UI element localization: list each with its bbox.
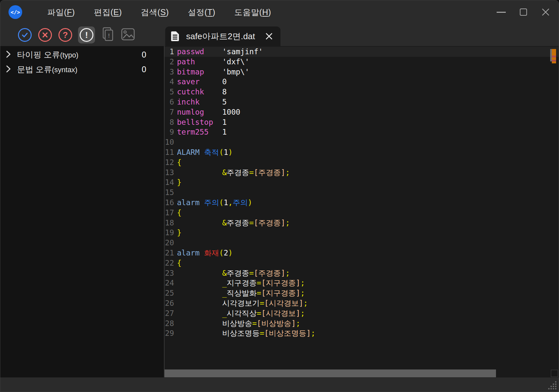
code-line-13[interactable]: 13 &주경종=[주경종];: [165, 168, 559, 178]
line-number: 23: [165, 268, 174, 278]
code-line-8[interactable]: 8bellstop 1: [165, 117, 559, 127]
line-number: 4: [165, 77, 174, 87]
error-count: 0: [142, 50, 146, 59]
line-text: ALARM 축적(1): [174, 147, 233, 157]
code-line-7[interactable]: 7numlog 1000: [165, 107, 559, 117]
maximize-button[interactable]: [518, 7, 529, 17]
error-count: 0: [142, 65, 146, 74]
code-line-16[interactable]: 16alarm 주의(1,주의): [165, 198, 559, 208]
code-line-25[interactable]: 25 _직상발화=[지구경종];: [165, 288, 559, 298]
code-editor[interactable]: 1passwd 'samjinf'2path 'dxf\'3bitmap 'bm…: [165, 46, 559, 377]
code-line-22[interactable]: 22{: [165, 258, 559, 268]
error-group-syntax[interactable]: 문법 오류(syntax)0: [0, 62, 164, 77]
line-number: 3: [165, 67, 174, 77]
line-number: 22: [165, 258, 174, 268]
tab-file[interactable]: safe아파트2면.dat: [165, 26, 280, 46]
line-number: 13: [165, 168, 174, 178]
menu-item-h[interactable]: 도움말(H): [225, 4, 281, 21]
code-line-19[interactable]: 19}: [165, 228, 559, 238]
menu-item-e[interactable]: 편집(E): [84, 4, 131, 21]
exclamation-circle-button[interactable]: !: [78, 26, 95, 43]
menubar: 파일(F)편집(E)검색(S)설정(T)도움말(H): [38, 4, 280, 21]
check-circle-icon: [18, 28, 32, 42]
error-group-label: 타이핑 오류(typo): [17, 49, 78, 60]
line-number: 14: [165, 177, 174, 188]
line-number: 5: [165, 87, 174, 97]
line-number: 26: [165, 298, 174, 308]
code-line-27[interactable]: 27 _시각직상=[시각경보];: [165, 308, 559, 318]
line-text: _시각직상=[시각경보];: [174, 308, 305, 318]
code-line-1[interactable]: 1passwd 'samjinf': [165, 47, 559, 57]
line-text: _직상발화=[지구경종];: [174, 288, 305, 298]
horizontal-scrollbar-thumb[interactable]: [165, 369, 496, 377]
menu-item-t[interactable]: 설정(T): [178, 4, 225, 21]
code-line-3[interactable]: 3bitmap 'bmp\': [165, 67, 559, 77]
code-line-4[interactable]: 4saver 0: [165, 77, 559, 87]
code-line-15[interactable]: 15: [165, 188, 559, 198]
code-line-5[interactable]: 5cutchk 8: [165, 87, 559, 97]
overview-ruler-marker[interactable]: [552, 49, 556, 63]
document-icon: [171, 31, 179, 41]
resize-grip[interactable]: [555, 388, 556, 389]
line-text: alarm 화재(2): [174, 248, 233, 258]
code-line-20[interactable]: 20: [165, 238, 559, 248]
line-text: inchk 5: [174, 97, 227, 107]
code-line-17[interactable]: 17{: [165, 208, 559, 218]
line-number: 11: [165, 147, 174, 157]
line-text: &주경종=[주경종];: [174, 168, 290, 178]
question-circle-icon: ?: [58, 28, 72, 42]
overview-red-mark: [552, 60, 556, 61]
statusbar: [0, 377, 559, 392]
line-text: bellstop 1: [174, 117, 227, 127]
image-button[interactable]: [120, 26, 136, 43]
error-tree-sidebar: 타이핑 오류(typo)0문법 오류(syntax)0: [0, 46, 165, 377]
error-group-label: 문법 오류(syntax): [17, 64, 77, 75]
line-text: &주경종=[주경종];: [174, 268, 290, 278]
error-group-typo[interactable]: 타이핑 오류(typo)0: [0, 47, 164, 62]
line-number: 20: [165, 238, 174, 248]
line-number: 27: [165, 308, 174, 318]
menu-item-f[interactable]: 파일(F): [38, 4, 84, 21]
line-number: 24: [165, 278, 174, 288]
menu-item-s[interactable]: 검색(S): [131, 4, 178, 21]
tab-close-icon: [265, 32, 273, 40]
line-number: 6: [165, 97, 174, 107]
code-line-9[interactable]: 9term255 1: [165, 127, 559, 137]
line-number: 16: [165, 198, 174, 208]
code-line-2[interactable]: 2path 'dxf\': [165, 57, 559, 67]
line-number: 1: [165, 47, 174, 57]
close-button[interactable]: [540, 7, 551, 17]
close-icon: [541, 8, 550, 17]
code-line-23[interactable]: 23 &주경종=[주경종];: [165, 268, 559, 278]
chevron-right-icon[interactable]: [6, 50, 11, 60]
minimize-button[interactable]: [496, 7, 506, 17]
line-text: [174, 188, 177, 198]
code-line-28[interactable]: 28 비상방송=[비상방송];: [165, 318, 559, 329]
line-number: 21: [165, 248, 174, 258]
tab-close-button[interactable]: [264, 31, 274, 41]
check-circle-button[interactable]: [17, 26, 32, 43]
error-circle-button[interactable]: [38, 26, 53, 43]
code-line-10[interactable]: 10: [165, 137, 559, 147]
chevron-right-icon[interactable]: [6, 65, 11, 74]
code-line-24[interactable]: 24 _지구경종=[지구경종];: [165, 278, 559, 288]
code-line-29[interactable]: 29 비상조명등=[비상조명등];: [165, 328, 559, 338]
code-line-6[interactable]: 6inchk 5: [165, 97, 559, 107]
copy-warning-icon: !: [101, 27, 115, 43]
line-text: }: [174, 177, 182, 188]
code-line-26[interactable]: 26 시각경보기=[시각경보];: [165, 298, 559, 308]
copy-warning-button[interactable]: !: [100, 26, 115, 43]
code-line-14[interactable]: 14}: [165, 177, 559, 188]
line-number: 18: [165, 218, 174, 228]
code-line-11[interactable]: 11ALARM 축적(1): [165, 147, 559, 157]
line-number: 17: [165, 208, 174, 218]
scrollbar-corner: [551, 370, 558, 377]
toolbar: ?!! safe아파트2면.dat: [0, 24, 559, 46]
svg-text:!: !: [108, 33, 110, 39]
titlebar: </> 파일(F)편집(E)검색(S)설정(T)도움말(H): [0, 0, 559, 24]
code-line-18[interactable]: 18 &주경종=[주경종];: [165, 218, 559, 228]
code-line-21[interactable]: 21alarm 화재(2): [165, 248, 559, 258]
code-line-12[interactable]: 12{: [165, 157, 559, 168]
question-circle-button[interactable]: ?: [58, 26, 73, 43]
minimize-icon: [497, 12, 506, 13]
